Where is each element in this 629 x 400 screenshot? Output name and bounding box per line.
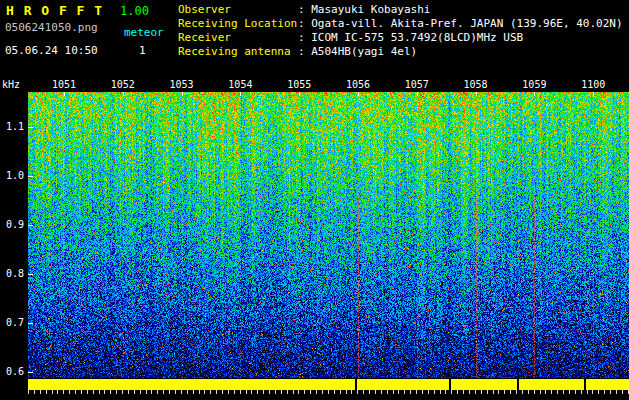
- time-tick-label: 1056: [346, 80, 370, 90]
- info-colon: :: [298, 17, 311, 30]
- info-value: Ogata-vill. Akita-Pref. JAPAN (139.96E, …: [311, 17, 622, 30]
- receiver-info-row: Observer: Masayuki Kobayashi: [178, 3, 623, 17]
- freq-tick-label: 0.7: [0, 318, 24, 328]
- freq-tick-label: 0.9: [0, 220, 24, 230]
- info-colon: :: [298, 3, 311, 16]
- observation-mode: meteor: [124, 26, 164, 39]
- receiver-info-row: Receiving antenna: A504HB(yagi 4el): [178, 45, 623, 59]
- freq-tick-label: 0.8: [0, 269, 24, 279]
- app-title: H R O F F T: [6, 3, 103, 18]
- time-tick-label: 1052: [111, 80, 135, 90]
- file-counter: 1: [139, 44, 146, 57]
- freq-tick-label: 1.1: [0, 122, 24, 132]
- freq-tick-label: 0.6: [0, 367, 24, 377]
- level-dropout: [584, 379, 586, 390]
- freq-tick-label: 1.0: [0, 171, 24, 181]
- info-value: ICOM IC-575 53.7492(8LCD)MHz USB: [311, 31, 523, 44]
- info-label: Receiving Location: [178, 17, 298, 31]
- time-tick-label: 1058: [464, 80, 488, 90]
- info-value: Masayuki Kobayashi: [311, 3, 430, 16]
- time-tick-label: 1055: [287, 80, 311, 90]
- receiver-info-row: Receiver: ICOM IC-575 53.7492(8LCD)MHz U…: [178, 31, 623, 45]
- level-dropout: [355, 379, 357, 390]
- signal-level-bar: [28, 379, 629, 390]
- time-tick-label: 1100: [581, 80, 605, 90]
- receiver-info-row: Receiving Location: Ogata-vill. Akita-Pr…: [178, 17, 623, 31]
- level-dropout: [517, 379, 519, 390]
- time-tick-label: 1059: [522, 80, 546, 90]
- info-label: Observer: [178, 3, 298, 17]
- info-colon: :: [298, 45, 311, 58]
- info-label: Receiving antenna: [178, 45, 298, 59]
- info-colon: :: [298, 31, 311, 44]
- receiver-info: Observer: Masayuki KobayashiReceiving Lo…: [178, 3, 623, 59]
- time-axis: 1051105210531054105510561057105810591100: [0, 80, 629, 91]
- hrofft-screen: H R O F F T 1.00 0506241050.png meteor 0…: [0, 0, 629, 400]
- freq-axis-unit: kHz: [2, 80, 20, 90]
- observation-datetime: 05.06.24 10:50: [5, 44, 98, 57]
- level-dropout: [449, 379, 451, 390]
- time-tick-label: 1051: [52, 80, 76, 90]
- time-tick-label: 1057: [405, 80, 429, 90]
- spectrogram-canvas: [28, 92, 629, 378]
- time-tick-label: 1054: [228, 80, 252, 90]
- time-tick-label: 1053: [170, 80, 194, 90]
- time-ruler-ticks: [28, 390, 629, 400]
- info-label: Receiver: [178, 31, 298, 45]
- app-version: 1.00: [120, 4, 149, 18]
- output-filename: 0506241050.png: [5, 21, 98, 34]
- info-value: A504HB(yagi 4el): [311, 45, 417, 58]
